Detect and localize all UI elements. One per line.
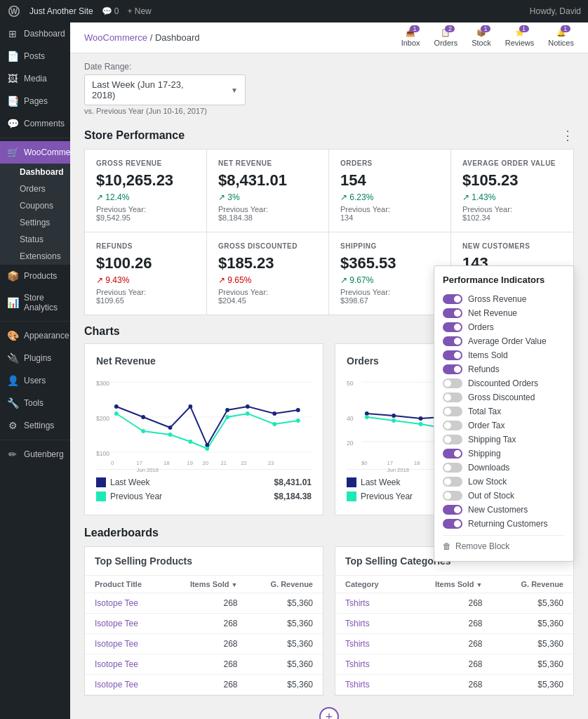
inbox-badge: 1 xyxy=(410,25,420,32)
pi-downloads-label: Downloads xyxy=(468,463,509,473)
pi-net-revenue-label: Net Revenue xyxy=(468,308,517,318)
perf-card-refunds: REFUNDS $100.26 ↗ 9.43% Previous Year:$1… xyxy=(85,232,207,315)
svg-point-22 xyxy=(225,415,229,419)
sidebar-item-store-analytics[interactable]: 📊 Store Analytics xyxy=(0,287,70,318)
date-range-select[interactable]: Last Week (Jun 17-23, 2018) ▼ xyxy=(84,74,246,105)
header-stock[interactable]: 📦 1 Stock xyxy=(472,28,491,47)
header-orders[interactable]: 📋 2 Orders xyxy=(434,28,458,47)
remove-block-button[interactable]: 🗑 Remove Block xyxy=(443,535,565,553)
breadcrumb-parent[interactable]: WooCommerce xyxy=(84,32,147,43)
woocommerce-icon: 🛒 xyxy=(7,147,18,158)
toggle-orders[interactable] xyxy=(443,322,462,332)
category-link[interactable]: Tshirts xyxy=(345,659,370,669)
toggle-shipping[interactable] xyxy=(443,449,462,459)
category-revenue-cell: $5,360 xyxy=(492,593,573,614)
sidebar-label-comments: Comments xyxy=(24,119,65,128)
toggle-shipping-tax[interactable] xyxy=(443,435,462,444)
sidebar-item-posts[interactable]: 📄 Posts xyxy=(0,45,70,67)
toggle-discounted-orders[interactable] xyxy=(443,378,462,388)
sidebar-item-appearance[interactable]: 🎨 Appearance xyxy=(0,324,70,347)
toggle-net-revenue[interactable] xyxy=(443,308,462,318)
header-reviews[interactable]: ⭐ 1 Reviews xyxy=(505,28,535,47)
breadcrumb-separator: / xyxy=(150,32,155,43)
svg-point-9 xyxy=(141,415,145,419)
submenu-status[interactable]: Status xyxy=(0,231,70,248)
gutenberg-icon: ✏ xyxy=(7,449,18,460)
sidebar-item-users[interactable]: 👤 Users xyxy=(0,369,70,392)
product-name-cell: Isotope Tee xyxy=(85,614,166,634)
pi-items-sold: Items Sold xyxy=(443,348,565,362)
gross-disc-label: GROSS DISCOUNTED xyxy=(218,242,317,250)
toggle-avg-order-value[interactable] xyxy=(443,336,462,346)
sidebar-item-pages[interactable]: 📑 Pages xyxy=(0,90,70,112)
submenu-extensions[interactable]: Extensions xyxy=(0,248,70,265)
avg-order-prev: Previous Year:$102.34 xyxy=(462,205,562,222)
add-block-button[interactable]: + xyxy=(319,707,339,719)
sidebar-label-woocommerce: WooCommerce xyxy=(24,147,70,157)
site-name[interactable]: Just Another Site xyxy=(29,6,93,16)
toggle-low-stock[interactable] xyxy=(443,477,462,487)
toggle-gross-revenue[interactable] xyxy=(443,294,462,304)
toggle-order-tax[interactable] xyxy=(443,421,462,430)
category-revenue-cell: $5,360 xyxy=(492,675,573,695)
net-revenue-prev-year-legend: Previous Year $8,184.38 xyxy=(96,489,312,503)
svg-text:50: 50 xyxy=(347,380,354,387)
sidebar-item-dashboard[interactable]: ⊞ Dashboard xyxy=(0,22,70,45)
category-link[interactable]: Tshirts xyxy=(345,598,370,608)
sidebar-item-plugins[interactable]: 🔌 Plugins xyxy=(0,347,70,369)
category-link[interactable]: Tshirts xyxy=(345,680,370,690)
svg-point-50 xyxy=(365,415,369,419)
settings-icon: ⚙ xyxy=(7,420,18,431)
gross-disc-prev: Previous Year:$204.45 xyxy=(218,288,317,305)
sidebar-item-settings[interactable]: ⚙ Settings xyxy=(0,414,70,437)
table-row: Tshirts 268 $5,360 xyxy=(335,614,573,634)
product-link[interactable]: Isotope Tee xyxy=(95,639,138,649)
analytics-icon: 📊 xyxy=(7,297,18,308)
product-link[interactable]: Isotope Tee xyxy=(95,598,138,608)
submenu-settings[interactable]: Settings xyxy=(0,214,70,231)
toggle-returning-customers[interactable] xyxy=(443,519,462,529)
sidebar-item-comments[interactable]: 💬 Comments xyxy=(0,112,70,135)
submenu-coupons[interactable]: Coupons xyxy=(0,197,70,214)
users-icon: 👤 xyxy=(7,375,18,386)
toggle-refunds[interactable] xyxy=(443,364,462,374)
svg-text:$100: $100 xyxy=(96,450,109,457)
header-inbox[interactable]: 📥 1 Inbox xyxy=(401,28,420,47)
toggle-gross-discounted[interactable] xyxy=(443,393,462,402)
svg-text:22: 22 xyxy=(241,460,247,466)
toggle-total-tax[interactable] xyxy=(443,407,462,416)
wp-logo[interactable]: W xyxy=(7,4,21,18)
category-link[interactable]: Tshirts xyxy=(345,619,370,628)
submenu-dashboard[interactable]: Dashboard xyxy=(0,164,70,180)
performance-options-button[interactable]: ⋮ xyxy=(561,128,574,143)
inbox-label: Inbox xyxy=(401,39,420,47)
sidebar-item-gutenberg[interactable]: ✏ Gutenberg xyxy=(0,443,70,466)
orders-lw-swatch xyxy=(347,477,356,487)
svg-text:18: 18 xyxy=(414,460,420,466)
cat-g-revenue-col-header: G. Revenue xyxy=(492,576,573,593)
new-button[interactable]: + New xyxy=(127,6,151,16)
product-items-sold-cell: 268 xyxy=(166,634,247,654)
sidebar-label-users: Users xyxy=(24,376,46,385)
sidebar-item-woocommerce[interactable]: 🛒 WooCommerce xyxy=(0,141,70,164)
toggle-new-customers[interactable] xyxy=(443,505,462,515)
last-week-value: $8,431.01 xyxy=(274,477,312,487)
toggle-downloads[interactable] xyxy=(443,463,462,473)
sidebar-item-tools[interactable]: 🔧 Tools xyxy=(0,392,70,414)
toggle-out-of-stock[interactable] xyxy=(443,491,462,501)
header-notices[interactable]: 🔔 1 Notices xyxy=(548,28,574,47)
cat-items-sold-col-header[interactable]: Items Sold ▼ xyxy=(405,576,493,593)
appearance-icon: 🎨 xyxy=(7,330,18,341)
category-name-cell: Tshirts xyxy=(335,634,405,654)
product-link[interactable]: Isotope Tee xyxy=(95,680,138,690)
items-sold-col-header[interactable]: Items Sold ▼ xyxy=(166,576,247,593)
category-col-header: Category xyxy=(335,576,405,593)
product-link[interactable]: Isotope Tee xyxy=(95,619,138,628)
sidebar-item-media[interactable]: 🖼 Media xyxy=(0,67,70,90)
sidebar-item-products[interactable]: 📦 Products xyxy=(0,265,70,287)
toggle-items-sold[interactable] xyxy=(443,350,462,360)
category-link[interactable]: Tshirts xyxy=(345,639,370,649)
product-link[interactable]: Isotope Tee xyxy=(95,659,138,669)
comments-count[interactable]: 💬 0 xyxy=(102,6,119,16)
submenu-orders[interactable]: Orders xyxy=(0,180,70,197)
